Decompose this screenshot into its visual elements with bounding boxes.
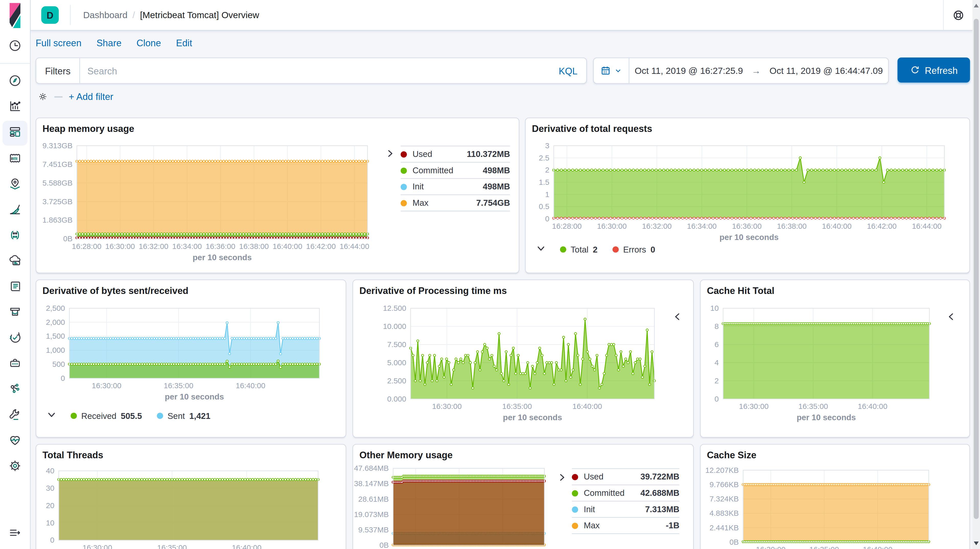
legend-label: Max [584, 521, 666, 530]
svg-text:16:28:00: 16:28:00 [72, 242, 102, 251]
sidebar-item-visualize[interactable] [3, 94, 28, 120]
kql-selector[interactable]: KQL [550, 65, 586, 76]
sidebar-item-logs[interactable] [3, 274, 28, 300]
sidebar-item-dev-tools[interactable] [3, 403, 28, 428]
legend-expand-button[interactable] [672, 311, 682, 321]
breadcrumb-dashboard-link[interactable]: Dashboard [83, 10, 127, 20]
sidebar-item-dashboard[interactable] [3, 121, 28, 146]
series-Max [76, 160, 369, 239]
legend-value: 39.722MB [641, 472, 679, 482]
clone-button[interactable]: Clone [137, 37, 161, 48]
date-to[interactable]: Oct 11, 2019 @ 16:44:47.09 [770, 66, 883, 76]
sidebar-item-management[interactable] [3, 454, 28, 479]
share-button[interactable]: Share [97, 37, 122, 48]
legend-item-init[interactable]: Init498MB [401, 178, 510, 195]
chart-cachehit: 024681016:30:0016:35:0016:40:00per 10 se… [723, 308, 929, 399]
legend-item-max[interactable]: Max7.754GB [401, 195, 510, 211]
sidebar-item-uptime[interactable] [3, 326, 28, 351]
sidebar-item-discover[interactable] [3, 69, 28, 94]
svg-text:40: 40 [46, 466, 54, 475]
management-icon [8, 458, 22, 475]
query-bar: Filters KQL Oct 11, 2019 @ 16:27:25.9 → … [35, 57, 970, 83]
legend-item-used[interactable]: Used110.372MB [401, 146, 510, 162]
legend-collapse-button[interactable] [385, 148, 395, 158]
filter-settings-gear-icon[interactable] [38, 91, 48, 102]
svg-text:2,000: 2,000 [46, 318, 65, 326]
svg-text:0B: 0B [63, 235, 72, 243]
date-from[interactable]: Oct 11, 2019 @ 16:27:25.9 [635, 66, 743, 76]
svg-text:20: 20 [46, 501, 54, 510]
legend-item-total[interactable]: Total2 [560, 245, 598, 254]
sidebar-item-monitoring[interactable] [3, 428, 28, 454]
recently-viewed-icon [8, 38, 22, 55]
sidebar-item-apm[interactable] [3, 223, 28, 249]
refresh-button[interactable]: Refresh [897, 57, 970, 83]
legend-item-received[interactable]: Received505.5 [70, 411, 142, 421]
edit-button[interactable]: Edit [176, 37, 192, 48]
legend-item-used[interactable]: Used39.722MB [572, 468, 679, 485]
sidebar-item-graph[interactable] [3, 377, 28, 402]
chart-requests: 00.511.522.5316:28:0016:30:0016:32:0016:… [554, 146, 945, 219]
legend-item-committed[interactable]: Committed498MB [401, 162, 510, 179]
svg-text:9.537MB: 9.537MB [358, 525, 388, 534]
legend-swatch [612, 246, 619, 252]
help-button[interactable] [943, 0, 973, 30]
svg-text:2.5: 2.5 [539, 153, 549, 162]
sidebar-item-recently-viewed[interactable] [3, 34, 28, 59]
sidebar-item-metrics[interactable] [3, 300, 28, 326]
svg-text:10: 10 [46, 519, 54, 527]
svg-text:7.451GB: 7.451GB [42, 160, 73, 168]
kibana-logo[interactable] [4, 4, 25, 29]
panel-title: Total Threads [42, 450, 103, 460]
legend-label: Used [584, 472, 641, 482]
sidebar-item-maps[interactable] [3, 172, 28, 198]
series-Threads [58, 479, 319, 540]
svg-text:9.766KB: 9.766KB [710, 480, 738, 489]
sidebar-item-siem[interactable] [3, 351, 28, 377]
scrollbar-up-button[interactable] [973, 1, 980, 10]
svg-text:3: 3 [545, 141, 549, 150]
filters-button[interactable]: Filters [36, 58, 80, 83]
svg-text:16:32:00: 16:32:00 [139, 242, 169, 251]
metrics-icon [8, 305, 22, 321]
filter-row: + Add filter [38, 91, 113, 102]
legend-item-init[interactable]: Init7.313MB [572, 501, 679, 517]
legend-label: Init [413, 182, 483, 192]
date-arrow: → [752, 66, 760, 76]
scrollbar-down-button[interactable] [973, 539, 980, 548]
svg-text:16:40:00: 16:40:00 [863, 545, 892, 549]
svg-text:16:40:00: 16:40:00 [273, 242, 302, 251]
monitoring-icon [8, 433, 22, 449]
legend-collapse-button[interactable] [537, 244, 545, 255]
breadcrumb-separator: / [132, 10, 135, 20]
legend-item-max[interactable]: Max-1B [572, 517, 679, 533]
legend-label: Committed [584, 488, 641, 498]
svg-text:16:32:00: 16:32:00 [642, 222, 671, 230]
calendar-button[interactable] [594, 58, 629, 83]
sidebar-item-canvas[interactable] [3, 146, 28, 172]
legend-swatch [401, 151, 407, 157]
add-filter-button[interactable]: + Add filter [69, 91, 113, 102]
legend-label: Used [413, 150, 467, 159]
svg-text:4: 4 [714, 358, 719, 367]
scrollbar[interactable] [973, 0, 980, 549]
svg-text:16:30:00: 16:30:00 [83, 543, 112, 549]
collapse-menu-button[interactable] [3, 520, 28, 545]
svg-text:0B: 0B [379, 541, 388, 549]
x-axis: 16:28:0016:30:0016:32:0016:34:0016:36:00… [72, 242, 369, 251]
legend-expand-button[interactable] [945, 311, 956, 321]
scrollbar-thumb[interactable] [974, 19, 979, 519]
legend-item-errors[interactable]: Errors0 [612, 245, 655, 254]
legend-value: 7.754GB [476, 198, 510, 208]
space-avatar[interactable]: D [41, 6, 59, 24]
legend-item-committed[interactable]: Committed42.688MB [572, 485, 679, 501]
legend-item-sent[interactable]: Sent1,421 [157, 411, 210, 421]
legend-collapse-button[interactable] [48, 411, 56, 421]
sidebar-item-infrastructure[interactable] [3, 249, 28, 274]
sidebar-item-machine-learning[interactable] [3, 198, 28, 223]
svg-text:7.500: 7.500 [387, 340, 406, 349]
svg-text:16:40:00: 16:40:00 [236, 381, 266, 390]
full-screen-button[interactable]: Full screen [35, 37, 81, 48]
search-input[interactable] [80, 65, 550, 76]
legend-collapse-button[interactable] [557, 472, 567, 482]
